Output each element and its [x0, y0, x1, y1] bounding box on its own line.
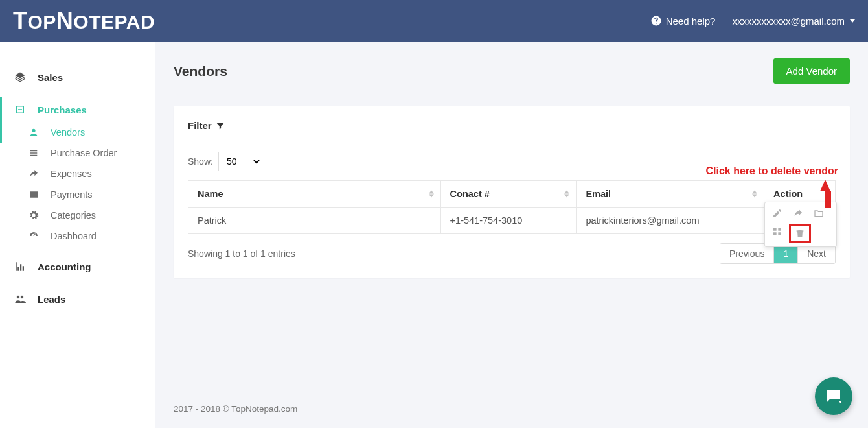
sidebar-label-categories: Categories: [51, 210, 96, 220]
share-icon[interactable]: [792, 208, 804, 219]
help-label: Need help?: [666, 16, 716, 27]
cell-email: patrickinteriors@gmail.com: [577, 208, 764, 234]
row-action-popover: [764, 202, 837, 247]
sidebar-label-purchase-order: Purchase Order: [51, 148, 117, 158]
callout-annotation: Click here to delete vendor: [705, 165, 838, 208]
card-icon: [29, 189, 39, 200]
sidebar-label-purchases: Purchases: [38, 104, 87, 115]
layers-icon: [14, 71, 26, 83]
col-name[interactable]: Name: [188, 181, 441, 208]
sidebar-item-leads[interactable]: Leads: [0, 287, 155, 311]
sidebar-item-categories[interactable]: Categories: [0, 205, 155, 226]
sort-icon: [564, 191, 569, 198]
gear-icon: [29, 210, 39, 220]
sidebar-label-expenses: Expenses: [51, 169, 92, 179]
sidebar-label-accounting: Accounting: [38, 261, 91, 272]
sidebar-label-dashboard: Dashboard: [51, 231, 97, 241]
table-row: Patrick +1-541-754-3010 patrickinteriors…: [188, 208, 836, 234]
cell-name: Patrick: [188, 208, 441, 234]
dashboard-icon: [29, 231, 39, 241]
sidebar-label-leads: Leads: [38, 294, 65, 305]
show-label: Show:: [188, 156, 213, 167]
share-icon: [29, 169, 39, 179]
sidebar-item-purchase-order[interactable]: Purchase Order: [0, 143, 155, 163]
sidebar-item-sales[interactable]: Sales: [0, 65, 155, 89]
chevron-down-icon: [850, 19, 855, 23]
footer: 2017 - 2018 © TopNotepad.com: [155, 395, 868, 428]
show-select[interactable]: 50: [218, 152, 262, 171]
sidebar-item-purchases[interactable]: Purchases: [0, 97, 155, 122]
people-icon: [14, 293, 26, 305]
folder-icon[interactable]: [813, 208, 825, 219]
filter-toggle[interactable]: Filter: [188, 120, 836, 131]
arrow-up-icon: [820, 180, 830, 191]
users-icon: [29, 127, 39, 137]
grid-icon[interactable]: [771, 226, 783, 237]
help-link[interactable]: Need help?: [650, 15, 716, 27]
topbar: TOPNOTEPAD Need help? xxxxxxxxxxxx@gmail…: [0, 0, 868, 42]
sidebar: Sales Purchases Vendors Purchase Order E…: [0, 42, 155, 428]
user-email: xxxxxxxxxxxx@gmail.com: [732, 16, 845, 27]
sort-icon: [429, 191, 434, 198]
sidebar-item-vendors[interactable]: Vendors: [0, 122, 155, 143]
filter-label: Filter: [188, 120, 212, 131]
brand-logo: TOPNOTEPAD: [13, 7, 155, 34]
page-title: Vendors: [174, 64, 227, 79]
sidebar-item-dashboard[interactable]: Dashboard: [0, 226, 155, 246]
sidebar-item-payments[interactable]: Payments: [0, 184, 155, 205]
col-contact[interactable]: Conact #: [440, 181, 577, 208]
sidebar-label-sales: Sales: [38, 72, 63, 83]
user-menu[interactable]: xxxxxxxxxxxx@gmail.com: [732, 16, 855, 27]
sidebar-item-expenses[interactable]: Expenses: [0, 163, 155, 184]
vendors-card: Filter Show: 50 Name Co: [174, 106, 850, 278]
minus-square-icon: [14, 104, 26, 115]
list-icon: [29, 148, 39, 158]
cell-contact: +1-541-754-3010: [440, 208, 577, 234]
edit-icon[interactable]: [771, 208, 783, 219]
chart-icon: [14, 261, 26, 272]
sidebar-label-payments: Payments: [51, 189, 92, 200]
showing-text: Showing 1 to 1 of 1 entries: [188, 248, 295, 259]
sidebar-label-vendors: Vendors: [51, 127, 85, 137]
filter-icon: [216, 121, 225, 130]
trash-icon[interactable]: [794, 228, 806, 239]
footer-text: 2017 - 2018 © TopNotepad.com: [174, 404, 297, 414]
callout-text: Click here to delete vendor: [705, 165, 838, 177]
chat-fab[interactable]: [815, 377, 852, 415]
sidebar-item-accounting[interactable]: Accounting: [0, 254, 155, 279]
help-icon: [650, 15, 662, 27]
chat-icon: [824, 386, 843, 406]
main-content: Vendors Add Vendor Filter Show: 50 Name: [155, 42, 868, 428]
add-vendor-button[interactable]: Add Vendor: [773, 58, 850, 84]
